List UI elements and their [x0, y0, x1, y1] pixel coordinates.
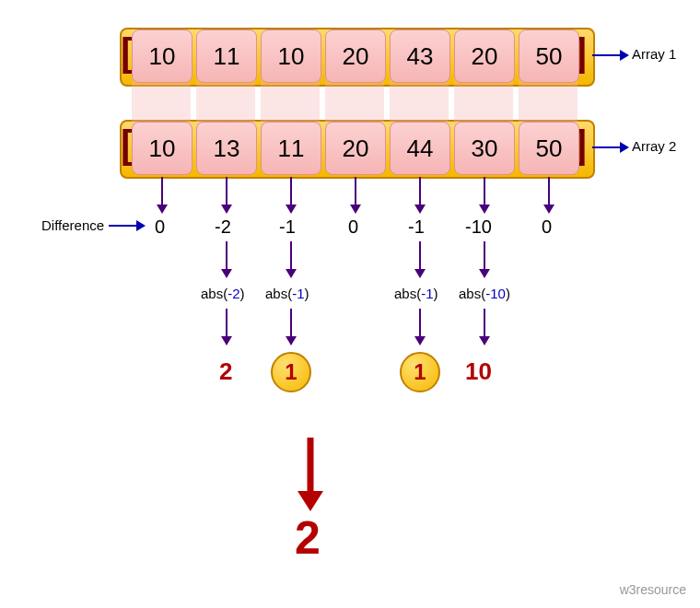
- svg-marker-15: [414, 205, 426, 214]
- svg-marker-1: [620, 50, 629, 61]
- arrow-right-icon: [592, 46, 629, 64]
- diff-value: 0: [155, 216, 165, 238]
- arrow-down-icon: [219, 177, 234, 214]
- array2-cell: 20: [325, 122, 386, 175]
- svg-marker-19: [543, 205, 554, 214]
- arrow-down-icon: [542, 177, 556, 214]
- diff-value: -1: [279, 216, 296, 238]
- arrow-down-icon: [219, 241, 234, 278]
- arrow-down-icon: [477, 177, 492, 214]
- svg-marker-17: [479, 205, 490, 214]
- array2-cell: 50: [519, 122, 579, 175]
- arrow-down-icon: [284, 309, 298, 345]
- abs-value: 1: [414, 359, 426, 385]
- array1-cell: 20: [325, 29, 386, 83]
- min-circle: 1: [271, 352, 311, 392]
- svg-marker-21: [221, 269, 232, 278]
- array1-cell: 11: [196, 29, 257, 83]
- array1-label: Array 1: [632, 46, 676, 62]
- svg-marker-3: [620, 142, 629, 153]
- array2-label: Array 2: [632, 138, 676, 154]
- abs-value: 2: [219, 357, 232, 386]
- svg-marker-23: [286, 269, 297, 278]
- watermark: w3resource: [620, 582, 686, 597]
- svg-marker-11: [286, 205, 297, 214]
- arrow-down-icon: [284, 177, 298, 214]
- arrow-right-icon: [592, 138, 629, 157]
- array2-cell: 13: [196, 122, 257, 175]
- svg-marker-35: [479, 336, 490, 345]
- svg-marker-37: [298, 491, 323, 511]
- arrow-down-icon: [155, 177, 169, 214]
- arrow-down-icon: [477, 309, 492, 345]
- arrow-down-icon: [348, 177, 363, 214]
- svg-marker-25: [414, 269, 426, 278]
- abs-value: 10: [465, 357, 492, 386]
- svg-marker-13: [350, 205, 361, 214]
- arrow-right-icon: [109, 216, 146, 235]
- array2-cell: 10: [132, 122, 192, 175]
- svg-marker-9: [221, 205, 232, 214]
- diff-value: -1: [408, 216, 425, 238]
- abs-expr: abs(-1): [394, 286, 438, 301]
- diff-value: -10: [465, 216, 492, 238]
- svg-marker-29: [221, 336, 232, 345]
- abs-value: 1: [285, 359, 297, 385]
- svg-marker-7: [157, 205, 168, 214]
- svg-marker-31: [286, 336, 297, 345]
- final-result: 2: [295, 511, 321, 565]
- array2-cell: 44: [390, 122, 450, 175]
- array1-cell: 20: [454, 29, 515, 83]
- arrow-down-icon: [413, 177, 427, 214]
- arrow-down-icon: [219, 309, 234, 345]
- diff-value: -2: [215, 216, 231, 238]
- difference-label: Difference: [41, 217, 104, 233]
- diff-value: 0: [348, 216, 358, 238]
- arrow-down-icon: [284, 241, 298, 278]
- abs-expr: abs(-10): [459, 286, 510, 301]
- svg-marker-33: [414, 336, 426, 345]
- diff-value: 0: [542, 216, 552, 238]
- array1-cell: 50: [519, 29, 579, 83]
- array1-cell: 10: [132, 29, 192, 83]
- svg-marker-5: [136, 220, 146, 231]
- arrow-down-icon: [477, 241, 492, 278]
- min-circle: 1: [400, 352, 440, 392]
- array1-cell: 43: [390, 29, 450, 83]
- abs-expr: abs(-1): [265, 286, 309, 301]
- array2-cell: 11: [261, 122, 321, 175]
- arrow-down-icon: [413, 241, 427, 278]
- arrow-down-large-icon: [295, 438, 326, 515]
- abs-expr: abs(-2): [201, 286, 245, 301]
- arrow-down-icon: [413, 309, 427, 345]
- svg-marker-27: [479, 269, 490, 278]
- array1-cell: 10: [261, 29, 321, 83]
- array2-cell: 30: [454, 122, 515, 175]
